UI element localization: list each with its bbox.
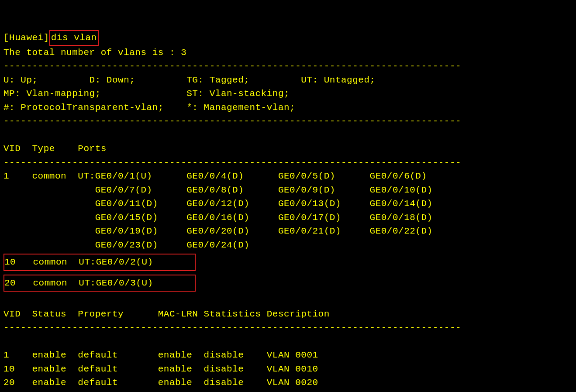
vlan1-row-5: GE0/0/19(D) GE0/0/20(D) GE0/0/21(D) GE0/… [3,226,433,236]
status-header: VID Status Property MAC-LRN Statistics D… [3,309,330,319]
status-row-3: 20 enable default enable disable VLAN 00… [3,378,318,388]
vlan1-row-6: GE0/0/23(D) GE0/0/24(D) [3,240,249,250]
legend-line-2: MP: Vlan-mapping; ST: Vlan-stacking; [3,89,290,99]
status-row-2: 10 enable default enable disable VLAN 00… [3,364,318,374]
status-row-1: 1 enable default enable disable VLAN 000… [3,350,318,360]
cli-prompt: [Huawei] [3,33,49,43]
vlan1-row-3: GE0/0/11(D) GE0/0/12(D) GE0/0/13(D) GE0/… [3,199,433,209]
legend-line-3: #: ProtocolTransparent-vlan; *: Manageme… [3,103,295,113]
ports-header: VID Type Ports [3,144,107,154]
vlan1-row-1: 1 common UT:GE0/0/1(U) GE0/0/4(D) GE0/0/… [3,171,427,181]
divider: ----------------------------------------… [3,158,461,168]
legend-line-1: U: Up; D: Down; TG: Tagged; UT: Untagged… [3,75,376,85]
summary-line: The total number of vlans is : 3 [3,48,186,58]
divider: ----------------------------------------… [3,116,461,126]
vlan20-row: 20 common UT:GE0/0/3(U) [3,275,196,292]
vlan1-row-2: GE0/0/7(D) GE0/0/8(D) GE0/0/9(D) GE0/0/1… [3,185,433,195]
vlan1-row-4: GE0/0/15(D) GE0/0/16(D) GE0/0/17(D) GE0/… [3,213,433,223]
cli-command[interactable]: dis vlan [49,30,99,46]
divider: ----------------------------------------… [3,61,461,71]
divider: ----------------------------------------… [3,323,461,333]
vlan10-row: 10 common UT:GE0/0/2(U) [3,254,196,271]
